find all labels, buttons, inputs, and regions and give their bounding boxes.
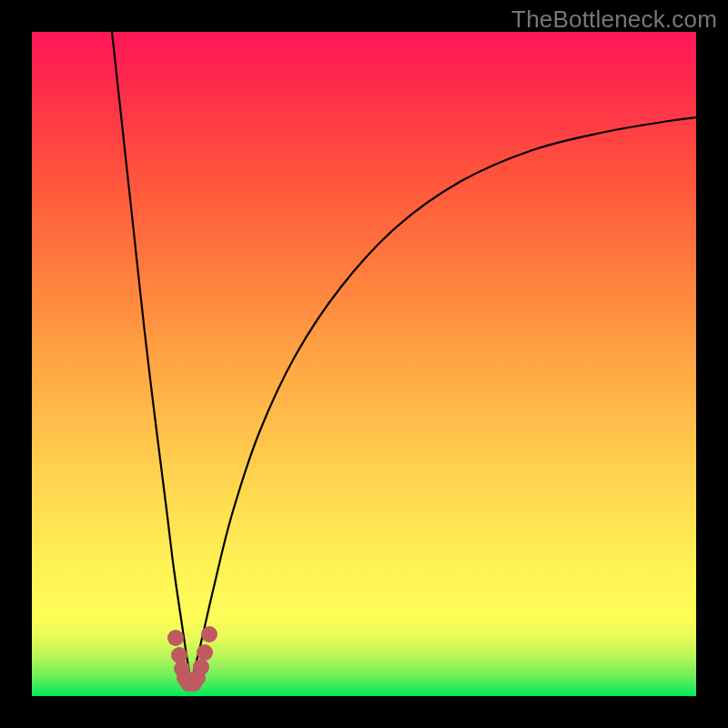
optimal-marker-dot — [201, 626, 217, 642]
optimal-marker-dot — [171, 647, 187, 663]
gradient-background — [32, 32, 696, 696]
watermark-text: TheBottleneck.com — [511, 5, 717, 34]
bottleneck-chart — [32, 32, 696, 696]
chart-frame: TheBottleneck.com — [0, 0, 728, 728]
optimal-marker-dot — [193, 659, 209, 675]
optimal-marker-dot — [167, 630, 184, 646]
chart-plot-area — [32, 32, 696, 696]
optimal-marker-dot — [197, 644, 213, 661]
